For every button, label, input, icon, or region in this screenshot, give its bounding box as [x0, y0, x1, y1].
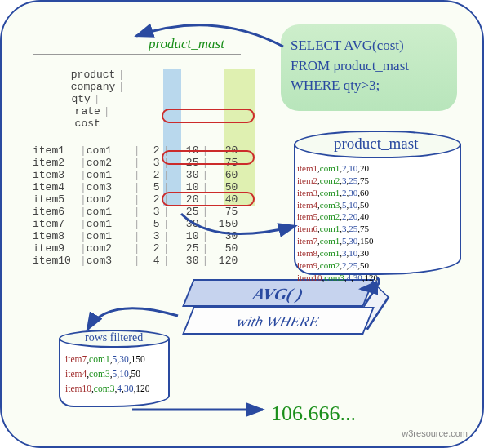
avg-clause-label: with WHERE	[182, 307, 375, 335]
db-cylinder-filtered-title: rows filtered	[85, 331, 143, 344]
table-row: item6|com1|3|25|75	[33, 206, 241, 218]
record: item9,com2,2,25,50	[297, 259, 374, 272]
sql-query-box: SELECT AVG(cost) FROM product_mast WHERE…	[281, 24, 457, 111]
record: item1,com1,2,10,20	[297, 162, 382, 175]
th-company: company	[71, 81, 118, 93]
record: item10,com3,4,30,120	[65, 382, 150, 397]
db-cylinder-filtered-data: item7,com1,5,30,150item4,com3,5,10,50ite…	[65, 353, 150, 396]
sql-line-2: FROM product_mast	[291, 56, 447, 77]
table-row: item3|com1|2|30|60	[33, 169, 241, 181]
th-qty: qty	[71, 93, 94, 105]
th-product: product	[71, 69, 118, 81]
record: item7,com1,5,30,150	[65, 353, 150, 367]
th-rate: rate	[71, 105, 104, 118]
db-cylinder-full-data: item1,com1,2,10,20item2,com2,3,25,75item…	[297, 162, 460, 283]
credit-text: w3resource.com	[402, 428, 468, 438]
record: item5,com2,2,20,40	[297, 211, 382, 223]
highlight-oval-row-item4	[162, 109, 255, 123]
table-row: item8|com1|3|10|30	[33, 230, 241, 242]
table-row: item7|com1|5|30|150	[33, 218, 241, 230]
highlight-oval-row-item10	[162, 192, 255, 206]
record: item10,com3,4,30,120	[297, 272, 374, 284]
table-row: item10|com3|4|30|120	[33, 255, 241, 267]
sql-line-3: WHERE qty>3;	[291, 76, 447, 96]
th-cost: cost	[71, 118, 104, 130]
highlight-oval-row-item7	[162, 150, 255, 165]
avg-function-box: AVG( ) with WHERE	[178, 279, 379, 338]
table-title: product_mast	[149, 36, 224, 52]
record: item2,com2,3,25,75	[297, 175, 382, 187]
table-row: item9|com2|2|25|50	[33, 242, 241, 255]
sql-line-1: SELECT AVG(cost)	[291, 36, 447, 56]
record: item7,com1,5,30,150	[297, 235, 374, 247]
db-cylinder-full-title: product_mast	[334, 135, 418, 153]
record: item8,com1,3,10,30	[297, 247, 374, 259]
record: item3,com1,2,30,60	[297, 187, 382, 199]
result-value: 106.666...	[271, 401, 356, 426]
record: item6,com1,3,25,75	[297, 223, 374, 235]
record: item4,com3,5,10,50	[65, 367, 150, 382]
record: item4,com3,5,10,50	[297, 199, 382, 211]
